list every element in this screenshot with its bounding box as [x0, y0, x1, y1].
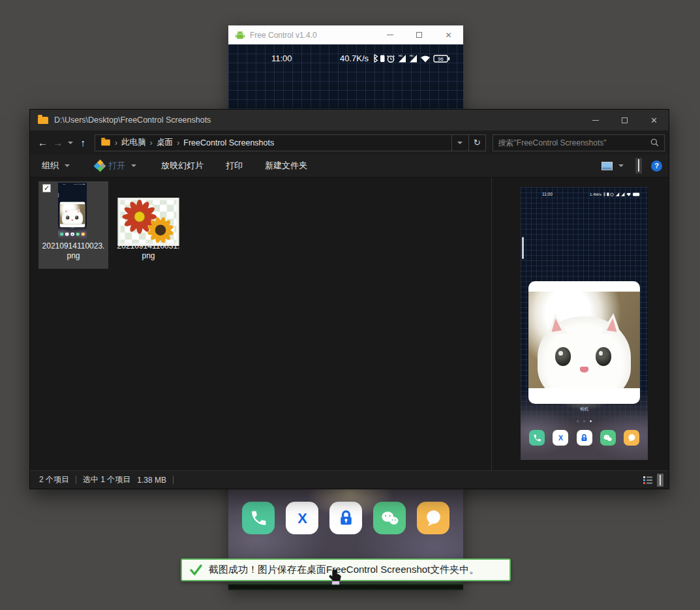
fc-maximize-button[interactable] — [404, 25, 434, 44]
hand-cursor — [327, 569, 343, 587]
breadcrumb-separator: › — [177, 138, 179, 147]
picture-icon — [601, 162, 613, 170]
preview-pane-icon — [638, 159, 639, 172]
print-button[interactable]: 打印 — [226, 160, 243, 172]
back-button[interactable]: ← — [35, 137, 50, 148]
organize-button[interactable]: 组织 — [42, 160, 72, 172]
fc-close-button[interactable]: ✕ — [434, 25, 463, 44]
applock-app-icon — [577, 430, 592, 446]
chevron-down-icon — [457, 142, 463, 144]
desktop: Free Control v1.4.0 ✕ 11:00 40.7K/s — [0, 0, 700, 610]
search-box[interactable] — [493, 134, 665, 151]
selection-size: 1.38 MB — [137, 476, 166, 485]
statusbar-separator — [173, 476, 174, 484]
preview-pane-image: 11:00 1.4M/s 相机 X — [521, 187, 648, 460]
phone-net-speed: 40.7K/s — [340, 53, 369, 63]
thumbnail-view-icon — [660, 475, 661, 485]
item-count: 2 个项目 — [39, 474, 69, 485]
minimize-icon — [592, 120, 599, 121]
svg-text:HD: HD — [410, 54, 414, 57]
breadcrumb-this-pc[interactable]: 此电脑 — [121, 137, 146, 148]
wechat-app-icon — [600, 430, 616, 446]
statusbar-separator — [76, 476, 76, 484]
signal-icon-2: HD — [410, 54, 417, 63]
camera-widget-card — [528, 281, 640, 404]
file-checkbox[interactable]: ✓ — [42, 184, 51, 192]
breadcrumb-separator: › — [115, 138, 117, 147]
address-bar[interactable]: › 此电脑 › 桌面 › FreeControl Screenshots ↻ — [95, 134, 486, 151]
camera-label: 相机 — [521, 406, 648, 412]
chevron-down-icon — [131, 164, 136, 167]
explorer-close-button[interactable]: ✕ — [639, 110, 669, 130]
folder-icon — [38, 117, 48, 124]
chevron-down-icon — [65, 164, 70, 167]
file-name: 20210914110023.png — [40, 241, 106, 261]
explorer-navbar: ← → ↑ › 此电脑 › 桌面 › FreeControl Screensho… — [30, 130, 669, 155]
toast-notification: 截图成功！图片保存在桌面FreeControl Screenshot文件夹中。 — [181, 558, 511, 581]
wifi-icon — [421, 55, 430, 62]
phone-app-icon — [529, 430, 545, 446]
free-control-titlebar[interactable]: Free Control v1.4.0 ✕ — [228, 25, 463, 44]
help-button[interactable]: ? — [651, 160, 662, 172]
file-name: 20210914110031.png — [115, 241, 181, 261]
svg-text:HD: HD — [399, 54, 403, 57]
page-dots — [521, 420, 648, 422]
wechat-app-icon[interactable] — [373, 502, 406, 534]
battery-icon: 96 — [434, 55, 449, 62]
phone-dock: X — [228, 502, 463, 534]
explorer-maximize-button[interactable] — [610, 110, 639, 130]
preview-pane-toggle[interactable] — [635, 158, 642, 174]
bluetooth-icon — [374, 55, 377, 63]
success-check-icon — [190, 564, 202, 575]
explorer-titlebar[interactable]: D:\Users\Desktop\FreeControl Screenshots… — [30, 110, 669, 130]
breadcrumb-desktop[interactable]: 桌面 — [157, 137, 173, 148]
preview-pane-divider — [491, 177, 492, 470]
search-input[interactable] — [498, 138, 650, 147]
toast-message: 截图成功！图片保存在桌面FreeControl Screenshot文件夹中。 — [209, 564, 479, 576]
breadcrumb-current-folder[interactable]: FreeControl Screenshots — [183, 138, 274, 147]
messages-app-icon[interactable] — [417, 502, 449, 534]
phone-app-icon[interactable] — [242, 502, 275, 534]
slideshow-button[interactable]: 放映幻灯片 — [161, 160, 204, 172]
breadcrumb-folder-icon — [101, 140, 110, 145]
maximize-icon — [622, 117, 628, 123]
file-list-area[interactable]: ✓ 11:00 1.4M/s 相机 — [30, 177, 669, 470]
phone-status-icons: HD HD 96 — [372, 53, 458, 63]
search-icon — [650, 138, 659, 147]
alarm-icon — [388, 55, 395, 62]
history-dropdown-icon[interactable] — [68, 142, 73, 144]
screenshot-flash-strip — [228, 583, 463, 590]
svg-text:X: X — [558, 434, 563, 442]
cat-photo — [528, 292, 640, 388]
messages-app-icon — [624, 430, 639, 446]
maximize-icon — [416, 32, 422, 38]
svg-text:96: 96 — [438, 56, 443, 62]
up-button[interactable]: ↑ — [76, 137, 91, 148]
refresh-button[interactable]: ↻ — [468, 135, 485, 151]
forward-button[interactable]: → — [50, 137, 65, 148]
file-thumbnail-flowers — [117, 198, 179, 246]
details-view-toggle[interactable] — [643, 476, 653, 484]
file-item-screenshot-2[interactable]: 20210914110031.png — [114, 181, 183, 269]
file-thumbnail-phone-screenshot: 11:00 1.4M/s 相机 — [58, 183, 87, 239]
open-button[interactable]: 打开 — [95, 160, 139, 172]
preview-dock: X — [521, 430, 648, 446]
explorer-window: D:\Users\Desktop\FreeControl Screenshots… — [29, 109, 669, 489]
minimize-icon — [387, 35, 393, 35]
svg-text:X: X — [67, 234, 68, 235]
view-slideshow-button[interactable] — [601, 162, 626, 170]
new-folder-button[interactable]: 新建文件夹 — [265, 160, 307, 172]
signal-icon-1: HD — [399, 54, 406, 63]
preview-time: 11:00 — [542, 192, 553, 196]
explorer-statusbar: 2 个项目 选中 1 个项目 1.38 MB — [30, 470, 669, 489]
explorer-toolbar: 组织 打开 放映幻灯片 打印 新建文件夹 — [30, 155, 669, 177]
xbrowser-app-icon[interactable]: X — [286, 502, 318, 534]
file-item-screenshot-1[interactable]: ✓ 11:00 1.4M/s 相机 — [38, 181, 108, 269]
selection-count: 选中 1 个项目 — [83, 474, 130, 485]
applock-app-icon[interactable] — [329, 502, 362, 534]
address-dropdown-button[interactable] — [451, 135, 468, 151]
explorer-minimize-button[interactable] — [581, 110, 610, 130]
explorer-title: D:\Users\Desktop\FreeControl Screenshots — [54, 115, 581, 125]
thumbnail-view-toggle[interactable] — [657, 474, 663, 487]
fc-minimize-button[interactable] — [375, 25, 404, 44]
